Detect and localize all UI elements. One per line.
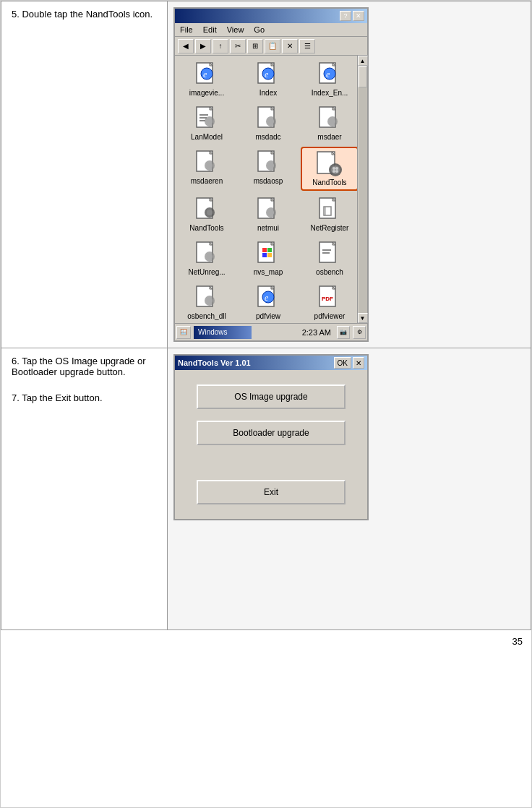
doc-svg-msdaeren [195,150,218,176]
file-icon-pdfviewer[interactable]: PDF pdfviewer [301,282,357,323]
doc-svg-msdaosp [257,150,280,176]
file-icon-netregister[interactable]: NetRegister [301,194,357,235]
svg-text:e: e [203,69,207,79]
doc-svg-netunreg [195,241,218,267]
file-icon-img-nandtools-hl [317,151,343,177]
menu-view[interactable]: View [225,25,246,35]
svg-point-18 [207,119,213,124]
up-button[interactable]: ↑ [213,39,228,53]
view-button[interactable]: ☰ [299,39,315,53]
dialog-title-buttons: OK ✕ [334,357,364,369]
svg-point-42 [335,170,338,173]
step-6-num: 6. [12,356,20,366]
step-7-num: 7. [12,392,20,403]
titlebar-buttons: ? ✕ [340,11,364,21]
scrollbar[interactable]: ▲ ▼ [357,56,367,323]
file-icon-msdaeren[interactable]: msdaeren [178,147,236,191]
icons-area: e imagevie... [175,56,357,323]
step-7: 7. Tap the Exit button. [12,392,157,403]
instruction-cell-1: 5. Double tap the NandTools icon. [1,1,168,348]
file-icon-img-imagevie: e [194,61,220,87]
taskbar-icon-1[interactable]: 📷 [337,326,350,339]
explorer-toolbar: ◀ ▶ ↑ ✂ ⊞ 📋 ✕ ☰ [175,37,367,56]
help-button[interactable]: ? [340,11,351,21]
file-label-nvs-map: nvs_map [254,268,283,276]
file-label-nandtools-hl: NandTools [312,179,346,186]
file-label-osbench-dll: osbench_dll [187,312,226,320]
file-icon-nandtools[interactable]: NandTools [178,194,236,235]
file-icon-index[interactable]: e Index [239,59,297,100]
file-icon-lanmodel[interactable]: LanModel [178,103,236,144]
file-icon-img-pdfviewer: PDF [317,285,343,311]
taskbar-windows-label: Windows [198,328,228,336]
file-icon-index-en[interactable]: e Index_En... [301,59,357,100]
file-icon-osbench-dll[interactable]: osbench_dll [178,282,236,323]
taskbar-windows-button[interactable]: Windows [194,326,252,339]
file-icon-nandtools-highlighted[interactable]: NandTools [301,147,357,191]
explorer-taskbar: 🪟 Windows 2:23 AM 📷 ⚙ [175,323,367,340]
row1: 5. Double tap the NandTools icon. ? ✕ [1,1,531,348]
nandtools-svg [195,197,218,223]
menu-file[interactable]: File [178,25,195,35]
file-icon-msdaer[interactable]: msdaer [301,103,357,144]
file-label-msdaosp: msdaosp [254,177,283,185]
explorer-window: ? ✕ File Edit View Go ◀ ▶ [173,7,369,342]
forward-button[interactable]: ▶ [195,39,211,53]
doc-svg-osbench-dll [195,285,218,311]
file-icon-img-pdfview: e [255,285,281,311]
dialog-ok-button[interactable]: OK [334,357,351,369]
file-icon-img-index: e [255,61,281,87]
svg-text:e: e [265,69,269,79]
svg-text:PDF: PDF [322,296,333,302]
svg-point-58 [207,254,213,259]
step-7-text: Tap the Exit button. [22,392,102,403]
page-container: 5. Double tap the NandTools icon. ? ✕ [0,0,532,808]
svg-rect-14 [200,114,208,116]
file-icon-img-osbench-dll [194,285,220,311]
file-icon-img-msdaosp [255,150,281,176]
file-icon-msdaosp[interactable]: msdaosp [239,147,297,191]
file-icon-img-netregister [317,197,343,223]
file-icon-imagevie[interactable]: e imagevie... [178,59,236,100]
cut-button[interactable]: ✂ [230,39,246,53]
step-6: 6. Tap the OS Image upgrade or Bootloade… [12,356,157,377]
delete-button[interactable]: ✕ [282,39,298,53]
taskbar-icon-2[interactable]: ⚙ [353,326,366,339]
file-label-index: Index [259,89,277,97]
file-icon-netunreg[interactable]: NetUnreg... [178,238,236,279]
ie-svg-imagevie: e [195,61,218,87]
menu-edit[interactable]: Edit [201,25,219,35]
svg-point-39 [332,167,335,170]
file-label-msdaeren: msdaeren [191,177,223,185]
svg-point-50 [268,210,274,215]
file-label-osbench: osbench [316,268,343,276]
paste-button[interactable]: 📋 [265,39,280,53]
scroll-thumb[interactable] [359,66,367,87]
svg-rect-63 [262,253,267,257]
back-button[interactable]: ◀ [178,39,194,53]
start-button[interactable]: 🪟 [176,326,191,339]
scroll-down-button[interactable]: ▼ [358,313,368,323]
file-label-imagevie: imagevie... [189,89,224,97]
doc-svg-netmui [257,197,280,223]
bootloader-upgrade-button[interactable]: Bootloader upgrade [197,421,346,445]
file-icon-img-lanmodel [194,106,220,132]
file-icon-nvs-map[interactable]: nvs_map [239,238,297,279]
menu-go[interactable]: Go [252,25,267,35]
file-icon-msdadc[interactable]: msdadc [239,103,297,144]
os-image-upgrade-button[interactable]: OS Image upgrade [197,384,346,409]
exit-button[interactable]: Exit [197,480,346,504]
doc-svg-pdfviewer: PDF [318,285,341,311]
scroll-up-button[interactable]: ▲ [358,56,368,66]
file-label-msdaer: msdaer [317,133,341,141]
svg-point-22 [268,119,274,124]
file-icon-pdfview[interactable]: e pdfview [239,282,297,323]
file-icon-osbench[interactable]: osbench [301,238,357,279]
screenshot-cell-2: NandTools Ver 1.01 OK ✕ OS Image upgrade… [168,348,531,630]
copy-button[interactable]: ⊞ [247,39,263,53]
step-5-num: 5. [12,9,20,20]
file-icon-img-msdadc [255,106,281,132]
file-icon-netmui[interactable]: netmui [239,194,297,235]
dialog-close-button[interactable]: ✕ [353,357,364,369]
close-button[interactable]: ✕ [353,11,364,21]
